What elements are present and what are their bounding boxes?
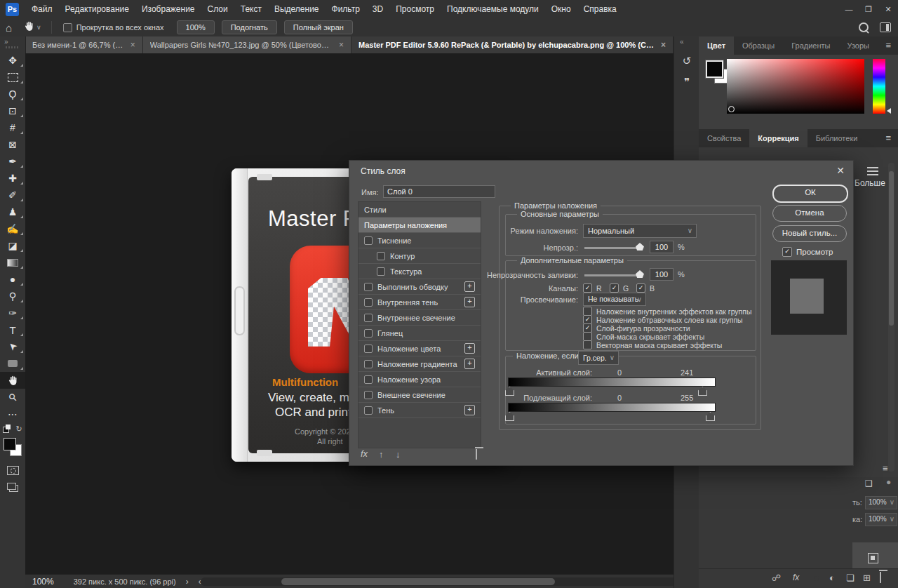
tab-gradients[interactable]: Градиенты (783, 36, 838, 55)
horizontal-scrollbar-thumb[interactable] (281, 578, 555, 585)
doc-tab-3-close-icon[interactable]: × (661, 40, 666, 50)
doc-tab-1-close-icon[interactable]: × (130, 40, 135, 50)
pen-tool[interactable]: ✑ (0, 305, 25, 321)
preview-checkbox[interactable]: ✓ Просмотр (782, 247, 833, 257)
style-row-gradient-overlay[interactable]: Наложение градиента+ (358, 356, 481, 372)
home-icon[interactable]: ⌂ (0, 22, 18, 34)
color-picker-ring-icon[interactable] (728, 106, 735, 112)
hand-options-chevron-icon[interactable]: ∨ (36, 24, 47, 31)
list-view-icon[interactable] (867, 167, 878, 175)
path-select-tool[interactable]: ➤ (0, 338, 25, 355)
fit-screen-button[interactable]: Подогнать (222, 20, 277, 34)
vector-mask-hides-checkbox[interactable]: Векторная маска скрывает эффекты (583, 340, 722, 349)
row-checkbox[interactable] (364, 236, 373, 245)
row-checkbox[interactable] (364, 314, 373, 322)
zoom-tool[interactable]: ⚲ (0, 389, 25, 406)
tab-color[interactable]: Цвет (699, 36, 734, 55)
vertical-scrollbar-thumb[interactable] (889, 171, 894, 326)
cancel-button[interactable]: Отмена (772, 205, 847, 222)
frame-tool[interactable]: ⊠ (0, 136, 25, 153)
add-instance-icon[interactable]: + (464, 405, 475, 415)
object-selection-tool[interactable]: ⊡ (0, 102, 25, 119)
layers-opacity-value[interactable]: 100% ∨ (865, 496, 897, 509)
adjustment-layer-icon[interactable]: ◐ (829, 573, 835, 583)
row-checkbox[interactable] (364, 360, 373, 368)
status-zoom-level[interactable]: 100% (32, 577, 54, 587)
blend-if-dropdown[interactable]: Гр.сер. ∨ (578, 351, 619, 365)
hue-slider-arrow-icon[interactable] (887, 108, 891, 114)
lasso-tool[interactable]: Ϙ (0, 86, 25, 102)
fill-opacity-slider[interactable] (584, 274, 645, 276)
style-row-bevel[interactable]: Тиснение (358, 233, 481, 248)
status-next-icon[interactable]: › (186, 577, 189, 587)
row-checkbox[interactable] (364, 391, 373, 399)
search-icon[interactable] (859, 22, 869, 32)
screen-mode-toggle[interactable] (0, 479, 25, 495)
workspace-icon[interactable] (880, 22, 891, 32)
styles-list-header[interactable]: Стили (358, 202, 481, 218)
minimize-icon[interactable]: — (839, 0, 859, 18)
style-row-stroke[interactable]: Выполнить обводку+ (358, 279, 481, 295)
delete-layer-icon[interactable] (880, 572, 881, 582)
blend-mode-dropdown[interactable]: Нормальный ∨ (583, 224, 697, 238)
panel-menu-icon[interactable]: ≡ (878, 36, 898, 55)
style-row-contour[interactable]: Контур (358, 248, 481, 264)
vertical-scrollbar[interactable] (888, 163, 894, 472)
menu-file[interactable]: Файл (25, 0, 59, 18)
style-row-inner-glow[interactable]: Внутреннее свечение (358, 310, 481, 326)
type-tool[interactable]: T (0, 321, 25, 338)
row-checkbox[interactable] (364, 375, 373, 384)
doc-tab-2-close-icon[interactable]: × (339, 40, 344, 50)
tools-panel-header[interactable]: » (0, 36, 25, 52)
this-layer-gradient-bar[interactable] (508, 377, 716, 387)
lock-icon[interactable]: ❑ (865, 479, 873, 488)
eyedropper-tool[interactable]: ✒ (0, 153, 25, 170)
history-panel-icon[interactable]: ↺ (674, 51, 699, 72)
new-group-icon[interactable]: ❏ (846, 573, 855, 583)
dodge-tool[interactable]: ⚲ (0, 288, 25, 305)
dialog-close-icon[interactable]: ✕ (836, 165, 845, 176)
style-row-pattern-overlay[interactable]: Наложение узора (358, 372, 481, 387)
move-up-icon[interactable]: ↑ (379, 449, 384, 460)
tab-adjustments[interactable]: Коррекция (749, 129, 807, 147)
menu-image[interactable]: Изображение (135, 0, 201, 18)
dock-header[interactable]: « (674, 36, 699, 51)
opacity-slider[interactable] (584, 247, 645, 249)
add-instance-icon[interactable]: + (464, 281, 475, 292)
doc-tab-1[interactable]: Без имени-1 @ 66,7% (RGB... × (25, 36, 143, 53)
zoom-100-button[interactable]: 100% (177, 20, 215, 34)
hue-strip[interactable] (873, 59, 885, 114)
color-field[interactable] (727, 59, 864, 114)
channel-g-checkbox[interactable]: ✓G (610, 283, 629, 293)
tab-patterns[interactable]: Узоры (839, 36, 878, 55)
row-checkbox[interactable] (377, 267, 385, 276)
delete-style-icon[interactable] (476, 449, 477, 459)
new-style-button[interactable]: Новый стиль... (772, 225, 847, 242)
add-instance-icon[interactable]: + (464, 343, 475, 354)
fx-icon[interactable]: fx (361, 448, 368, 459)
blur-tool[interactable]: ● (0, 271, 25, 288)
style-row-blending-options[interactable]: Параметры наложения (358, 218, 481, 233)
style-row-texture[interactable]: Текстура (358, 264, 481, 279)
row-checkbox[interactable] (364, 406, 373, 415)
eraser-tool[interactable]: ◪ (0, 237, 25, 254)
foreground-background-swatches[interactable] (4, 438, 22, 456)
fullscreen-button[interactable]: Полный экран (284, 20, 353, 34)
hand-tool[interactable] (0, 372, 25, 389)
history-brush-tool[interactable]: ✍ (0, 220, 25, 237)
channel-r-checkbox[interactable]: ✓R (583, 283, 602, 293)
doc-tab-2[interactable]: Wallpapers Girls №470_123.jpg @ 50% (Цве… (143, 36, 351, 53)
tab-properties[interactable]: Свойства (699, 129, 749, 147)
ok-button[interactable]: ОК (772, 185, 848, 203)
layers-panel-menu-icon[interactable]: ≡ (883, 463, 888, 474)
menu-view[interactable]: Просмотр (389, 0, 441, 18)
row-checkbox[interactable] (364, 298, 373, 307)
close-icon[interactable]: ✕ (878, 0, 898, 18)
hand-tool-icon[interactable] (18, 20, 36, 34)
style-row-color-overlay[interactable]: Наложение цвета+ (358, 341, 481, 356)
row-checkbox[interactable] (364, 345, 373, 353)
channel-b-checkbox[interactable]: ✓B (636, 283, 655, 293)
opacity-value-box[interactable]: 100 (650, 241, 674, 253)
layers-fill-value[interactable]: 100% ∨ (865, 513, 897, 526)
foreground-color-swatch[interactable] (4, 438, 16, 450)
